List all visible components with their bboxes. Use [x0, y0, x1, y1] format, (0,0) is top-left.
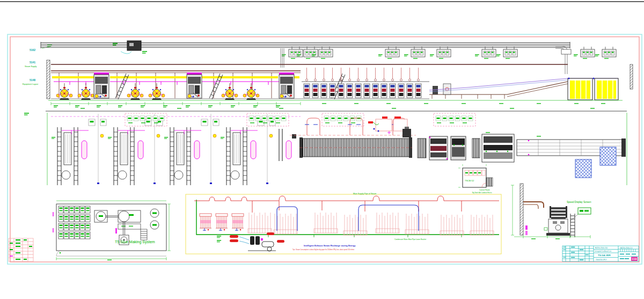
margin-label-2: Steam Supply: [25, 65, 37, 68]
margin-code-2: 5141: [30, 61, 35, 64]
wall-column-left: [47, 60, 50, 99]
double-backer-band: [299, 137, 412, 158]
converting-blocks: [418, 132, 514, 162]
control-room-code: TSCB#12: [465, 179, 474, 182]
title-block-footer: 2500/250-5PLY: [596, 259, 607, 261]
company-logo: DGM: [631, 257, 638, 261]
margin-code-1: 5162: [30, 48, 35, 52]
control-room-label: Control Room: [479, 189, 490, 191]
steam-green-note: Condensate Water Main Pipe Lower Bracket: [394, 238, 426, 240]
cad-canvas: 5162 5141 Steam Supply 5148 Equipment La…: [0, 0, 644, 299]
title-block-code: TS.GA.VER: [598, 254, 611, 257]
screenshot-root: 5162 5141 Steam Supply 5148 Equipment La…: [0, 0, 644, 299]
title-block-product: Corrugated Cardboard Line: [595, 250, 612, 252]
glue-system-title: T5 Glue Making System: [115, 240, 155, 244]
steam-blue-note: Intelligent Exhaust Steam Recharge savin…: [304, 244, 356, 247]
margin-label-3: Equipment Layout: [23, 83, 38, 85]
steam-schematic-title: Main Supply Pipe of Steam: [353, 193, 376, 195]
title-block-model: BJ250-2500-150: [595, 247, 608, 249]
control-room-sublabel: Big Switch Air Condition Electric: [472, 192, 492, 194]
steam-red-note: Tips: Steam Consumption is about 4kg/ton…: [292, 249, 355, 251]
title-block-docno: AJ250-2500-2-0: [620, 247, 632, 249]
margin-code-3: 5148: [30, 78, 35, 82]
svg-text:DGM: DGM: [632, 258, 638, 260]
speed-display-title: Speed Display Screen: [567, 201, 591, 203]
